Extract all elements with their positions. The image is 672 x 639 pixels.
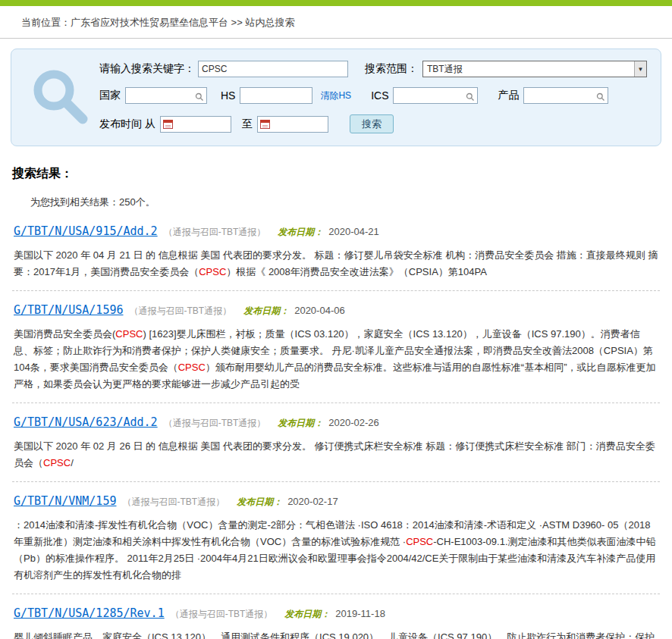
result-item: G/TBT/N/USA/623/Add.2 （通报与召回-TBT通报） 发布日期… <box>12 403 660 482</box>
result-body: ：2014油漆和清漆-挥发性有机化合物（VOC）含量的测定-2部分：气相色谱法 … <box>14 517 658 584</box>
magnifier-illustration-icon <box>22 60 99 133</box>
result-date: 2020-02-17 <box>287 496 338 507</box>
result-title-link[interactable]: G/TBT/N/USA/623/Add.2 <box>14 415 158 429</box>
result-date-label: 发布日期： <box>278 417 323 430</box>
search-form: 请输入搜索关键字： 搜索范围： TBT通报 ▼ 国家 HS 清除HS ICS <box>99 60 647 133</box>
calendar-icon[interactable] <box>163 120 173 129</box>
result-body: 美国消费品安全委员会(CPSC) [1623]婴儿床围栏，衬板；质量（ICS 0… <box>14 326 658 393</box>
result-date: 2020-02-26 <box>328 417 379 428</box>
search-button[interactable]: 搜索 <box>350 114 394 133</box>
calendar-icon[interactable] <box>260 120 270 129</box>
result-title-link[interactable]: G/TBT/N/VNM/159 <box>14 494 116 508</box>
result-date-label: 发布日期： <box>284 608 330 621</box>
result-title-link[interactable]: G/TBT/N/USA/1285/Rev.1 <box>14 606 165 620</box>
result-body: 婴儿倾斜睡眠产品。家庭安全（ICS 13.120），通用测试条件和程序（ICS … <box>14 629 658 639</box>
result-category: （通报与召回-TBT通报） <box>164 417 266 430</box>
result-category: （通报与召回-TBT通报） <box>130 305 232 318</box>
result-title-row: G/TBT/N/VNM/159 （通报与召回-TBT通报） 发布日期： 2020… <box>14 494 658 509</box>
result-title-row: G/TBT/N/USA/1285/Rev.1 （通报与召回-TBT通报） 发布日… <box>14 606 658 621</box>
result-title-link[interactable]: G/TBT/N/USA/915/Add.2 <box>14 224 158 238</box>
scope-select[interactable]: TBT通报 ▼ <box>422 61 647 77</box>
result-item: G/TBT/N/USA/1285/Rev.1 （通报与召回-TBT通报） 发布日… <box>12 594 660 639</box>
result-title-row: G/TBT/N/USA/623/Add.2 （通报与召回-TBT通报） 发布日期… <box>14 415 658 430</box>
results-list: G/TBT/N/USA/915/Add.2 （通报与召回-TBT通报） 发布日期… <box>12 212 660 639</box>
result-item: G/TBT/N/USA/915/Add.2 （通报与召回-TBT通报） 发布日期… <box>12 212 660 291</box>
top-accent-bar <box>0 0 672 6</box>
results-summary: 为您找到相关结果：250个。 <box>30 196 660 209</box>
chevron-down-icon: ▼ <box>634 61 646 77</box>
result-category: （通报与召回-TBT通报） <box>164 226 266 239</box>
result-category: （通报与召回-TBT通报） <box>122 496 225 509</box>
result-date: 2019-11-18 <box>335 608 385 619</box>
result-date-label: 发布日期： <box>278 226 323 239</box>
keyword-input[interactable] <box>198 61 348 77</box>
result-date: 2020-04-06 <box>294 305 345 316</box>
result-item: G/TBT/N/VNM/159 （通报与召回-TBT通报） 发布日期： 2020… <box>12 482 660 594</box>
to-label: 至 <box>242 117 253 131</box>
result-category: （通报与召回-TBT通报） <box>171 608 273 621</box>
breadcrumb: 当前位置：广东省应对技术性贸易壁垒信息平台 >> 站内总搜索 <box>0 6 672 39</box>
result-title-row: G/TBT/N/USA/915/Add.2 （通报与召回-TBT通报） 发布日期… <box>14 224 658 239</box>
results-section: 搜索结果： 为您找到相关结果：250个。 G/TBT/N/USA/915/Add… <box>0 166 672 639</box>
result-item: G/TBT/N/USA/1596 （通报与召回-TBT通报） 发布日期： 202… <box>12 291 660 403</box>
result-date-label: 发布日期： <box>243 305 289 318</box>
ics-label: ICS <box>371 89 388 102</box>
result-title-row: G/TBT/N/USA/1596 （通报与召回-TBT通报） 发布日期： 202… <box>14 303 658 318</box>
country-label: 国家 <box>99 89 121 102</box>
result-body: 美国以下 2020 年 04 月 21 日 的 信息根据 美国 代表团的要求分发… <box>14 247 658 280</box>
hs-input[interactable] <box>240 87 312 104</box>
product-label: 产品 <box>498 89 519 102</box>
results-heading: 搜索结果： <box>12 166 660 182</box>
search-panel: 请输入搜索关键字： 搜索范围： TBT通报 ▼ 国家 HS 清除HS ICS <box>11 49 661 146</box>
scope-selected-value: TBT通报 <box>427 63 463 76</box>
ics-search-icon[interactable] <box>466 91 475 105</box>
hs-label: HS <box>221 89 235 102</box>
country-search-icon[interactable] <box>195 91 204 105</box>
result-date-label: 发布日期： <box>237 496 282 509</box>
clear-hs-link[interactable]: 清除HS <box>320 89 351 102</box>
publish-time-label: 发布时间 从 <box>99 117 155 131</box>
product-search-icon[interactable] <box>596 91 605 105</box>
result-body: 美国以下 2020 年 02 月 26 日 的 信息根据 美国 代表团的要求分发… <box>14 438 658 471</box>
result-title-link[interactable]: G/TBT/N/USA/1596 <box>14 303 124 317</box>
scope-label: 搜索范围： <box>365 62 418 76</box>
result-date: 2020-04-21 <box>328 226 379 237</box>
keyword-label: 请输入搜索关键字： <box>99 62 195 76</box>
